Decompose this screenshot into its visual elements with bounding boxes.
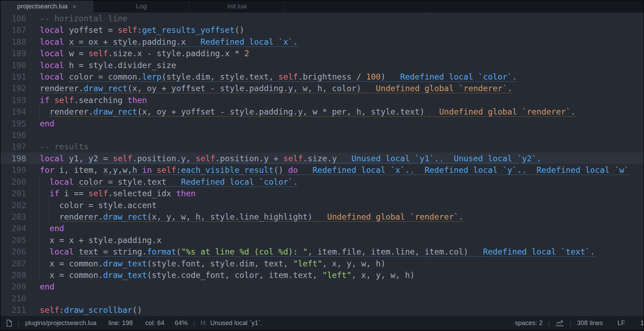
line-number[interactable]: 203: [0, 211, 31, 222]
code-text: renderer.draw_rect(x, oy + yoffset - sty…: [31, 82, 644, 94]
indent-guide: [39, 199, 40, 211]
indent-guide: [39, 234, 40, 246]
line-number[interactable]: 207: [0, 258, 31, 269]
code-text: local h = style.divider_size: [31, 59, 644, 71]
code-line[interactable]: 200 local color = style.text Redefined l…: [0, 176, 644, 187]
code-text: [31, 293, 644, 304]
total-lines[interactable]: 308 lines: [577, 319, 603, 327]
indent-guide: [39, 269, 40, 281]
indent-guide: [39, 211, 40, 222]
code-text: end: [31, 222, 644, 234]
code-line[interactable]: 190local h = style.divider_size: [0, 59, 644, 71]
code-text: local w = self.size.x - style.padding.x …: [31, 47, 644, 59]
line-number[interactable]: 190: [0, 59, 31, 71]
code-line[interactable]: 208 x = common.draw_text(style.code_font…: [0, 269, 644, 281]
line-number[interactable]: 204: [0, 222, 31, 234]
code-text: x = common.draw_text(style.font, style.d…: [31, 258, 644, 269]
separator: |: [18, 319, 20, 327]
line-number[interactable]: 195: [0, 118, 31, 129]
code-line[interactable]: 186-- horizontal line: [0, 13, 644, 24]
tab-label: init.lua: [227, 2, 247, 10]
code-line[interactable]: 188local x = ox + style.padding.x Redefi…: [0, 36, 644, 47]
editor-window: projectsearch.lua × Log init.lua 186-- h…: [0, 0, 644, 331]
line-number[interactable]: 191: [0, 71, 31, 82]
code-line[interactable]: 196: [0, 129, 644, 141]
line-number[interactable]: 202: [0, 199, 31, 211]
file-path[interactable]: plugins/projectsearch.lua: [25, 319, 97, 327]
line-number[interactable]: 200: [0, 176, 31, 187]
line-number[interactable]: 209: [0, 281, 31, 292]
code-line[interactable]: 187local yoffset = self:get_results_yoff…: [0, 24, 644, 36]
code-line[interactable]: 189local w = self.size.x - style.padding…: [0, 47, 644, 59]
indent-guide: [39, 106, 40, 117]
code-line[interactable]: 202 color = style.accent: [0, 199, 644, 211]
tab-bar: projectsearch.lua × Log init.lua: [0, 0, 644, 13]
code-line[interactable]: 201 if i == self.selected_idx then: [0, 187, 644, 199]
line-number[interactable]: 208: [0, 269, 31, 281]
status-left: | plugins/projectsearch.lua line: 198 co…: [6, 319, 262, 327]
tab-log[interactable]: Log: [93, 0, 189, 13]
code-line[interactable]: 210: [0, 293, 644, 304]
line-number[interactable]: 210: [0, 293, 31, 304]
code-line[interactable]: 204 end: [0, 222, 644, 234]
code-line[interactable]: 206 local text = string.format("%s at li…: [0, 246, 644, 257]
code-line[interactable]: 211self:draw_scrollbar(): [0, 304, 644, 316]
separator: |: [548, 319, 550, 327]
line-number[interactable]: 189: [0, 47, 31, 59]
code-line[interactable]: 209end: [0, 281, 644, 292]
code-line[interactable]: 195end: [0, 118, 644, 129]
code-text: local yoffset = self:get_results_yoffset…: [31, 24, 644, 36]
tab-projectsearch[interactable]: projectsearch.lua ×: [0, 0, 93, 13]
scroll-percent[interactable]: 64%: [175, 319, 188, 327]
line-number[interactable]: 205: [0, 234, 31, 246]
code-line[interactable]: 198local y1, y2 = self.position.y, self.…: [0, 153, 644, 164]
code-text: -- horizontal line: [31, 13, 644, 24]
code-text: end: [31, 118, 644, 129]
indent-mode[interactable]: spaces: 2: [515, 319, 542, 327]
line-number[interactable]: 188: [0, 36, 31, 47]
indent-guide: [49, 211, 50, 222]
line-number[interactable]: 201: [0, 187, 31, 199]
indent-guide: [39, 176, 40, 187]
line-number[interactable]: 187: [0, 24, 31, 36]
line-number[interactable]: 206: [0, 246, 31, 257]
indent-guide: [39, 187, 40, 199]
line-chart-icon[interactable]: [555, 319, 564, 326]
status-right: spaces: 2 | | 308 lines LF 1: [515, 319, 644, 327]
code-line[interactable]: 193if self.searching then: [0, 94, 644, 106]
code-line[interactable]: 194 renderer.draw_rect(x, oy + yoffset -…: [0, 106, 644, 117]
line-indicator[interactable]: line: 198: [108, 319, 133, 327]
line-number[interactable]: 197: [0, 141, 31, 152]
close-icon[interactable]: ×: [73, 3, 76, 10]
code-line[interactable]: 192renderer.draw_rect(x, oy + yoffset - …: [0, 82, 644, 94]
code-line[interactable]: 191local color = common.lerp(style.dim, …: [0, 71, 644, 82]
code-line[interactable]: 207 x = common.draw_text(style.font, sty…: [0, 258, 644, 269]
code-text: local x = ox + style.padding.x Redefined…: [31, 36, 644, 47]
line-number[interactable]: 186: [0, 13, 31, 24]
code-text: if self.searching then: [31, 94, 644, 106]
code-text: self:draw_scrollbar(): [31, 304, 644, 316]
code-text: [31, 129, 644, 141]
code-text: if i == self.selected_idx then: [31, 187, 644, 199]
code-editor[interactable]: 186-- horizontal line187local yoffset = …: [0, 13, 644, 316]
line-number[interactable]: 199: [0, 164, 31, 176]
line-number[interactable]: 211: [0, 304, 31, 316]
code-line[interactable]: 205 x = x + style.padding.x: [0, 234, 644, 246]
tab-init[interactable]: init.lua: [189, 0, 285, 13]
code-line[interactable]: 203 renderer.draw_rect(x, y, w, h, style…: [0, 211, 644, 222]
line-number[interactable]: 196: [0, 129, 31, 141]
code-line[interactable]: 197-- results: [0, 141, 644, 152]
line-number[interactable]: 193: [0, 94, 31, 106]
code-lines: 186-- horizontal line187local yoffset = …: [0, 13, 644, 316]
separator: |: [193, 319, 195, 327]
overflow-indicator: 1: [641, 319, 644, 327]
line-number[interactable]: 194: [0, 106, 31, 117]
document-icon: [6, 319, 12, 327]
code-text: -- results: [31, 141, 644, 152]
code-line[interactable]: 199for i, item, x,y,w,h in self:each_vis…: [0, 164, 644, 176]
line-ending[interactable]: LF: [617, 319, 625, 327]
col-indicator[interactable]: col: 64: [145, 319, 165, 327]
line-number[interactable]: 192: [0, 82, 31, 94]
code-text: for i, item, x,y,w,h in self:each_visibl…: [31, 164, 644, 176]
line-number[interactable]: 198: [0, 153, 31, 164]
